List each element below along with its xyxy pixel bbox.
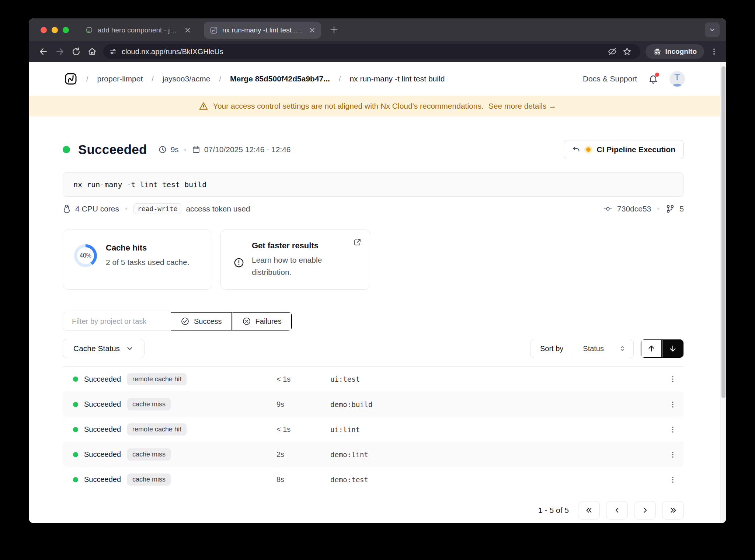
cpu-cores-label: 4 CPU cores — [75, 204, 119, 213]
address-bar[interactable]: cloud.nx.app/runs/BkIXGHleUs — [103, 44, 640, 59]
back-icon[interactable] — [35, 43, 52, 60]
row-status: Succeeded — [84, 475, 127, 484]
breadcrumb-separator: / — [339, 75, 341, 83]
notifications-bell-icon[interactable] — [648, 74, 658, 84]
table-row[interactable]: Succeeded cache miss 8s demo:test — [63, 467, 684, 492]
cache-percent-label: 40% — [77, 247, 94, 264]
cache-badge: remote cache hit — [127, 423, 187, 435]
nx-cloud-page: / proper-limpet / jaysoo3/acme / Merge 8… — [29, 62, 726, 523]
access-control-warning-banner: Your access control settings are not ali… — [29, 96, 726, 116]
avatar[interactable]: T — [669, 71, 685, 87]
row-duration: < 1s — [276, 425, 330, 434]
last-page-button[interactable] — [662, 501, 684, 519]
cache-badge: cache miss — [127, 398, 171, 410]
row-status: Succeeded — [84, 400, 127, 409]
tab-github-pr[interactable]: add hero component · jaysoo — [79, 22, 196, 39]
cache-status-dropdown[interactable]: Cache Status — [63, 339, 145, 358]
cache-badge: remote cache hit — [127, 373, 187, 385]
breadcrumb-repo[interactable]: jaysoo3/acme — [163, 74, 211, 83]
page-scrollbar[interactable] — [720, 62, 726, 523]
arrow-down-icon — [668, 344, 677, 353]
row-menu-icon[interactable] — [662, 451, 684, 459]
commit-icon — [603, 204, 613, 214]
close-tab-icon[interactable] — [309, 27, 315, 33]
row-menu-icon[interactable] — [662, 476, 684, 484]
tab-search-chevron-button[interactable] — [705, 22, 720, 37]
undo-arrow-icon — [572, 146, 580, 154]
pipeline-status-dot — [586, 147, 591, 152]
close-tab-icon[interactable] — [185, 27, 191, 33]
bookmark-star-icon[interactable] — [620, 47, 634, 56]
row-task[interactable]: ui:lint — [330, 426, 662, 434]
close-window-button[interactable] — [41, 27, 47, 33]
git-branch-icon — [665, 204, 675, 214]
cache-progress: 40% — [74, 244, 97, 267]
sort-direction-group — [640, 339, 684, 358]
breadcrumb-org[interactable]: proper-limpet — [97, 74, 143, 83]
cache-card-title: Cache hits — [106, 243, 189, 253]
github-favicon-icon — [85, 26, 93, 34]
success-filter-label: Success — [194, 317, 222, 326]
linux-penguin-icon — [63, 204, 71, 213]
row-task[interactable]: demo:test — [330, 476, 662, 484]
run-duration: 9s — [171, 145, 179, 154]
table-row[interactable]: Succeeded cache miss 9s demo:build — [63, 392, 684, 417]
forward-icon[interactable] — [52, 43, 68, 60]
row-status: Succeeded — [84, 375, 127, 384]
breadcrumb-separator: / — [152, 75, 154, 83]
sort-ascending-button[interactable] — [641, 339, 662, 358]
sort-descending-button[interactable] — [662, 339, 683, 358]
reload-icon[interactable] — [68, 43, 84, 60]
table-row[interactable]: Succeeded remote cache hit < 1s ui:lint — [63, 417, 684, 442]
failures-filter-button[interactable]: Failures — [232, 312, 292, 330]
ci-pipeline-execution-button[interactable]: CI Pipeline Execution — [564, 140, 684, 159]
success-filter-button[interactable]: Success — [171, 312, 232, 330]
tab-title: add hero component · jaysoo — [98, 26, 180, 34]
table-row[interactable]: Succeeded cache miss 2s demo:lint — [63, 442, 684, 467]
row-menu-icon[interactable] — [662, 426, 684, 434]
next-page-button[interactable] — [634, 501, 656, 519]
nx-logo-icon[interactable] — [64, 72, 77, 85]
breadcrumb-separator: / — [86, 75, 88, 83]
banner-see-more-link[interactable]: See more details → — [488, 102, 556, 111]
new-tab-button[interactable] — [329, 25, 339, 35]
faster-results-card[interactable]: Get faster results Learn how to enable d… — [220, 230, 370, 290]
sort-select[interactable]: Status — [573, 339, 633, 358]
success-status-dot — [73, 427, 78, 432]
x-circle-icon — [242, 317, 251, 326]
external-link-icon[interactable] — [353, 238, 362, 247]
row-menu-icon[interactable] — [662, 375, 684, 383]
check-circle-icon — [181, 317, 189, 326]
cache-card-subtitle: 2 of 5 tasks used cache. — [106, 256, 189, 269]
run-timestamp: 07/10/2025 12:46 - 12:46 — [204, 145, 291, 154]
warning-triangle-icon — [199, 101, 208, 111]
branch-count[interactable]: 5 — [679, 204, 684, 213]
docs-support-link[interactable]: Docs & Support — [583, 74, 637, 83]
site-settings-icon[interactable] — [109, 48, 117, 56]
breadcrumb-run[interactable]: nx run-many -t lint test build — [349, 74, 445, 83]
incognito-badge[interactable]: Incognito — [646, 44, 704, 59]
tab-nx-run[interactable]: nx run-many -t lint test ... fro — [204, 22, 321, 39]
banner-message: Your access control settings are not ali… — [213, 102, 484, 111]
filter-input[interactable] — [63, 312, 171, 330]
home-icon[interactable] — [84, 43, 100, 60]
alert-circle-icon — [233, 257, 244, 278]
row-task[interactable]: ui:test — [330, 375, 662, 383]
eye-slash-icon[interactable] — [605, 47, 620, 56]
commit-sha[interactable]: 730dce53 — [617, 204, 651, 213]
scrollbar-thumb[interactable] — [721, 66, 726, 398]
url-text[interactable]: cloud.nx.app/runs/BkIXGHleUs — [122, 48, 605, 56]
minimize-window-button[interactable] — [52, 27, 58, 33]
row-menu-icon[interactable] — [662, 400, 684, 409]
breadcrumb-merge[interactable]: Merge 85d500f42d5a9b47... — [230, 74, 330, 83]
table-row[interactable]: Succeeded remote cache hit < 1s ui:test — [63, 367, 684, 392]
first-page-button[interactable] — [578, 501, 600, 519]
sort-group: Sort by Status — [530, 339, 634, 358]
previous-page-button[interactable] — [606, 501, 628, 519]
maximize-window-button[interactable] — [63, 27, 69, 33]
browser-menu-icon[interactable] — [709, 48, 720, 56]
row-task[interactable]: demo:build — [330, 400, 662, 409]
cache-badge: cache miss — [127, 448, 171, 461]
row-task[interactable]: demo:lint — [330, 451, 662, 459]
run-command: nx run-many -t lint test build — [63, 172, 684, 197]
